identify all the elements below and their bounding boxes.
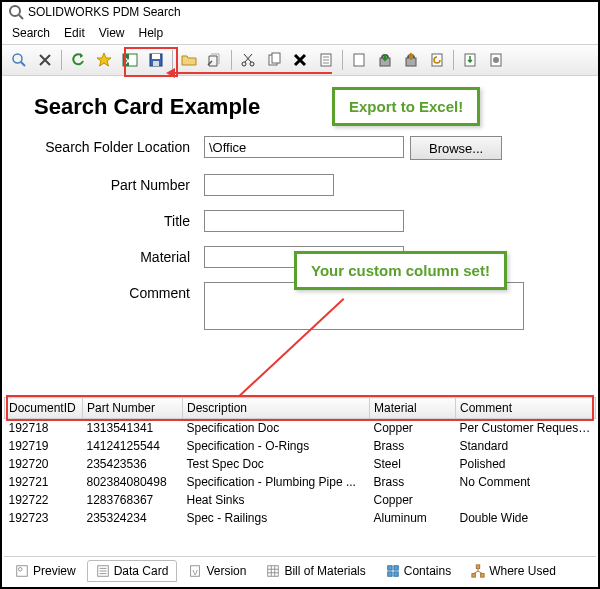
properties-icon[interactable] [314, 48, 338, 72]
checkout-icon[interactable] [399, 48, 423, 72]
cell-id: 192721 [5, 473, 83, 491]
svg-point-2 [13, 54, 22, 63]
new-doc-icon[interactable] [347, 48, 371, 72]
comment-label: Comment [10, 282, 204, 301]
undo-checkout-icon[interactable] [425, 48, 449, 72]
folder-location-label: Search Folder Location [10, 136, 204, 155]
cell-com: Double Wide [456, 509, 596, 527]
get-version-icon[interactable] [458, 48, 482, 72]
table-row[interactable]: 1927181313541341Specification DocCopperP… [5, 419, 596, 438]
tab-bom[interactable]: Bill of Materials [257, 560, 374, 582]
folder-location-input[interactable] [204, 136, 404, 158]
title-label: Title [10, 210, 204, 229]
svg-point-24 [493, 57, 499, 63]
cell-desc: Specification - O-Rings [183, 437, 370, 455]
cell-desc: Test Spec Doc [183, 455, 370, 473]
part-number-input[interactable] [204, 174, 334, 196]
svg-line-3 [21, 62, 25, 66]
cut-icon[interactable] [236, 48, 260, 72]
cell-mat: Steel [370, 455, 456, 473]
open-folder-icon[interactable] [177, 48, 201, 72]
menu-view[interactable]: View [93, 24, 131, 42]
svg-rect-33 [268, 566, 279, 577]
view-file-icon[interactable] [203, 48, 227, 72]
favorites-icon[interactable] [92, 48, 116, 72]
svg-point-0 [10, 6, 20, 16]
page-title: Search Card Example [34, 94, 590, 120]
tab-preview[interactable]: Preview [6, 560, 85, 582]
svg-text:V: V [193, 568, 199, 577]
annotation-arrow [174, 72, 332, 74]
action-icon[interactable] [484, 48, 508, 72]
cell-mat: Aluminum [370, 509, 456, 527]
svg-rect-44 [481, 574, 485, 578]
svg-point-11 [250, 62, 254, 66]
table-row[interactable]: 192721802384080498Specification - Plumbi… [5, 473, 596, 491]
svg-point-10 [242, 62, 246, 66]
cell-com: No Comment [456, 473, 596, 491]
svg-rect-13 [272, 53, 280, 63]
results-table: DocumentID Part Number Description Mater… [4, 397, 596, 527]
cell-mat: Copper [370, 419, 456, 438]
table-row[interactable]: 19271914124125544Specification - O-Rings… [5, 437, 596, 455]
highlight-columns [6, 395, 594, 421]
table-row[interactable]: 192723235324234Spec - RailingsAluminumDo… [5, 509, 596, 527]
cell-com: Polished [456, 455, 596, 473]
svg-line-1 [19, 15, 23, 19]
cell-pn: 1283768367 [83, 491, 183, 509]
cell-id: 192722 [5, 491, 83, 509]
cell-mat: Brass [370, 473, 456, 491]
svg-rect-40 [388, 572, 392, 576]
tab-bar: Preview Data Card V Version Bill of Mate… [4, 556, 596, 585]
svg-rect-41 [394, 572, 398, 576]
cell-desc: Specification - Plumbing Pipe ... [183, 473, 370, 491]
cell-desc: Specification Doc [183, 419, 370, 438]
cell-mat: Copper [370, 491, 456, 509]
tab-contains[interactable]: Contains [377, 560, 460, 582]
title-bar: SOLIDWORKS PDM Search [2, 2, 598, 22]
cell-id: 192720 [5, 455, 83, 473]
material-label: Material [10, 246, 204, 265]
cell-desc: Spec - Railings [183, 509, 370, 527]
delete-icon[interactable] [288, 48, 312, 72]
refresh-icon[interactable] [66, 48, 90, 72]
browse-button[interactable]: Browse... [410, 136, 502, 160]
cell-com [456, 491, 596, 509]
search-icon[interactable] [7, 48, 31, 72]
window-title: SOLIDWORKS PDM Search [28, 5, 181, 19]
copy-icon[interactable] [262, 48, 286, 72]
cell-mat: Brass [370, 437, 456, 455]
tab-where-used[interactable]: Where Used [462, 560, 565, 582]
part-number-label: Part Number [10, 174, 204, 193]
svg-rect-39 [394, 566, 398, 570]
cell-com: Standard [456, 437, 596, 455]
cell-pn: 235423536 [83, 455, 183, 473]
title-input[interactable] [204, 210, 404, 232]
menu-bar: Search Edit View Help [2, 22, 598, 44]
callout-custom-columns: Your custom column set! [294, 251, 507, 290]
svg-rect-18 [354, 54, 364, 66]
checkin-icon[interactable] [373, 48, 397, 72]
app-icon [8, 4, 24, 20]
cell-pn: 1313541341 [83, 419, 183, 438]
cell-id: 192718 [5, 419, 83, 438]
table-row[interactable]: 192720235423536Test Spec DocSteelPolishe… [5, 455, 596, 473]
svg-rect-25 [17, 566, 28, 577]
cell-com: Per Customer Request - Hollow [456, 419, 596, 438]
tab-version[interactable]: V Version [179, 560, 255, 582]
menu-search[interactable]: Search [6, 24, 56, 42]
svg-rect-43 [472, 574, 476, 578]
table-row[interactable]: 1927221283768367Heat SinksCopper [5, 491, 596, 509]
cell-pn: 802384080498 [83, 473, 183, 491]
cell-pn: 235324234 [83, 509, 183, 527]
cell-pn: 14124125544 [83, 437, 183, 455]
svg-rect-42 [476, 565, 480, 569]
menu-help[interactable]: Help [133, 24, 170, 42]
cell-desc: Heat Sinks [183, 491, 370, 509]
cancel-search-icon[interactable] [33, 48, 57, 72]
menu-edit[interactable]: Edit [58, 24, 91, 42]
cell-id: 192723 [5, 509, 83, 527]
tab-data-card[interactable]: Data Card [87, 560, 178, 582]
svg-rect-38 [388, 566, 392, 570]
cell-id: 192719 [5, 437, 83, 455]
